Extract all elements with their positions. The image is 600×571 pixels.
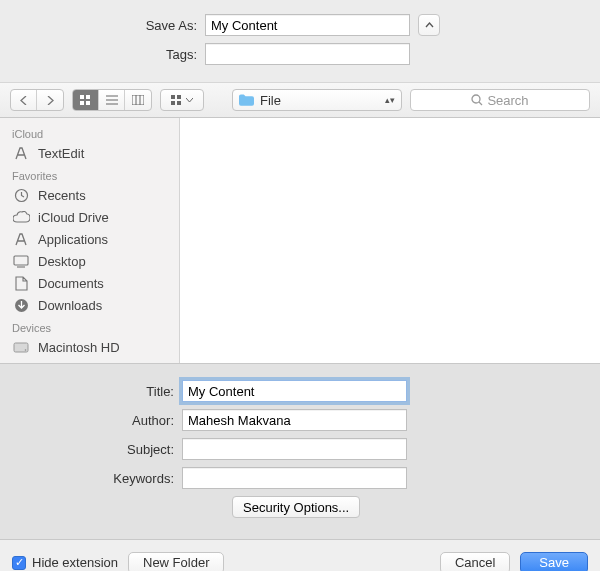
list-view-button[interactable] [99, 90, 125, 110]
metadata-panel: Title: Author: Subject: Keywords: Securi… [0, 363, 600, 539]
document-icon [12, 275, 30, 291]
save-button[interactable]: Save [520, 552, 588, 572]
keywords-label: Keywords: [10, 471, 182, 486]
desktop-icon [12, 253, 30, 269]
browser-toolbar: File ▴▾ Search [0, 82, 600, 118]
sidebar-item-downloads[interactable]: Downloads [0, 294, 179, 316]
title-label: Title: [10, 384, 182, 399]
folder-icon [239, 94, 254, 106]
clock-icon [12, 187, 30, 203]
svg-point-14 [472, 95, 480, 103]
sidebar-item-macintosh-hd[interactable]: Macintosh HD [0, 336, 179, 358]
disk-icon [12, 339, 30, 355]
svg-rect-13 [177, 101, 181, 105]
app-icon [12, 145, 30, 161]
sidebar-item-recents[interactable]: Recents [0, 184, 179, 206]
dialog-footer: Hide extension New Folder Cancel Save [0, 539, 600, 571]
svg-rect-11 [177, 95, 181, 99]
svg-rect-1 [86, 95, 90, 99]
icon-view-button[interactable] [73, 90, 99, 110]
sidebar-item-desktop[interactable]: Desktop [0, 250, 179, 272]
updown-icon: ▴▾ [385, 98, 395, 103]
sidebar: iCloud TextEdit Favorites Recents iCloud… [0, 118, 180, 363]
file-list-pane[interactable] [180, 118, 600, 363]
location-label: File [260, 93, 281, 108]
chevron-down-icon [186, 98, 193, 103]
checkbox-icon [12, 556, 26, 570]
svg-rect-7 [132, 95, 144, 105]
save-as-label: Save As: [10, 18, 205, 33]
sidebar-item-label: Recents [38, 188, 86, 203]
tags-label: Tags: [10, 47, 205, 62]
sidebar-item-label: Downloads [38, 298, 102, 313]
expand-dialog-button[interactable] [418, 14, 440, 36]
title-input[interactable] [182, 380, 407, 402]
sidebar-item-label: iCloud Drive [38, 210, 109, 225]
svg-point-21 [25, 349, 27, 351]
sidebar-item-label: Documents [38, 276, 104, 291]
sidebar-item-label: Macintosh HD [38, 340, 120, 355]
cloud-icon [12, 209, 30, 225]
new-folder-button[interactable]: New Folder [128, 552, 224, 572]
keywords-input[interactable] [182, 467, 407, 489]
app-icon [12, 231, 30, 247]
author-label: Author: [10, 413, 182, 428]
sidebar-item-applications[interactable]: Applications [0, 228, 179, 250]
group-by-button[interactable] [161, 90, 203, 110]
sidebar-heading: iCloud [0, 122, 179, 142]
download-icon [12, 297, 30, 313]
location-popup[interactable]: File ▴▾ [232, 89, 402, 111]
nav-history-control [10, 89, 64, 111]
subject-input[interactable] [182, 438, 407, 460]
browser-body: iCloud TextEdit Favorites Recents iCloud… [0, 118, 600, 363]
sidebar-item-documents[interactable]: Documents [0, 272, 179, 294]
sidebar-item-label: TextEdit [38, 146, 84, 161]
sidebar-item-textedit[interactable]: TextEdit [0, 142, 179, 164]
hide-extension-checkbox[interactable]: Hide extension [12, 555, 118, 570]
save-as-input[interactable] [205, 14, 410, 36]
search-input[interactable]: Search [410, 89, 590, 111]
security-options-button[interactable]: Security Options... [232, 496, 360, 518]
forward-button[interactable] [37, 90, 63, 110]
back-button[interactable] [11, 90, 37, 110]
group-by-control [160, 89, 204, 111]
sidebar-heading: Favorites [0, 164, 179, 184]
sidebar-item-label: Desktop [38, 254, 86, 269]
cancel-button[interactable]: Cancel [440, 552, 510, 572]
sidebar-heading: Devices [0, 316, 179, 336]
tags-input[interactable] [205, 43, 410, 65]
author-input[interactable] [182, 409, 407, 431]
view-switcher [72, 89, 152, 111]
sidebar-item-icloud-drive[interactable]: iCloud Drive [0, 206, 179, 228]
save-as-section: Save As: Tags: [0, 0, 600, 82]
hide-extension-label: Hide extension [32, 555, 118, 570]
svg-rect-12 [171, 101, 175, 105]
sidebar-item-label: Applications [38, 232, 108, 247]
svg-rect-10 [171, 95, 175, 99]
svg-rect-0 [80, 95, 84, 99]
svg-rect-3 [86, 101, 90, 105]
svg-rect-2 [80, 101, 84, 105]
svg-rect-17 [14, 256, 28, 265]
svg-line-15 [479, 102, 482, 105]
column-view-button[interactable] [125, 90, 151, 110]
search-icon [471, 94, 483, 106]
subject-label: Subject: [10, 442, 182, 457]
